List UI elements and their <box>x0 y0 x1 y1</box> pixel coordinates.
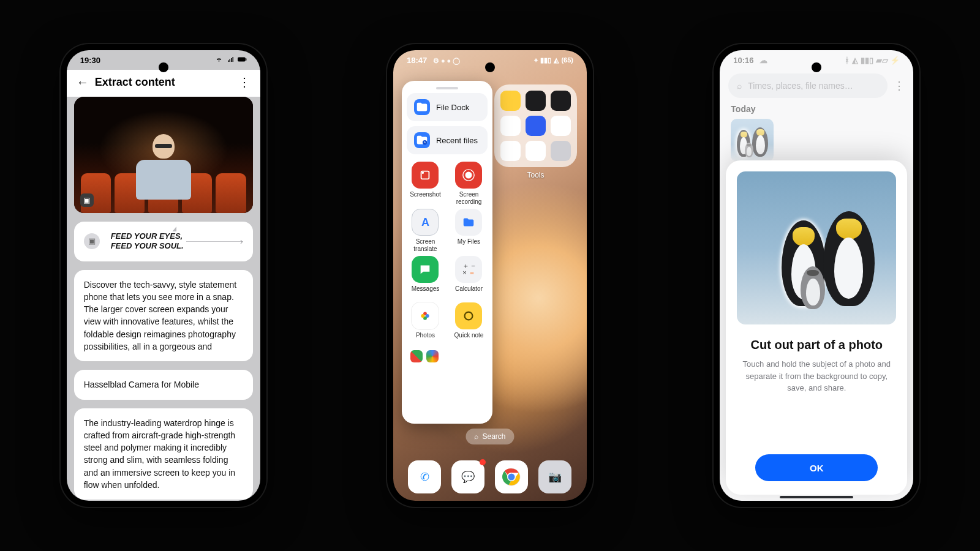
bluetooth-icon: ᚼ <box>845 56 850 65</box>
search-icon: ⌕ <box>737 81 742 91</box>
slogan-badge-icon: ▣ <box>84 233 100 249</box>
photos-icon <box>412 302 439 329</box>
search-icon: ⌕ <box>474 432 478 441</box>
battery-pct: (65) <box>561 56 573 64</box>
extract-card-description[interactable]: Discover the tech-savvy, style statement… <box>74 270 253 362</box>
battery-icon <box>238 56 247 65</box>
sidebar-item-my-files[interactable]: My Files <box>450 209 488 252</box>
sidebar-item-screen-recording[interactable]: Screen recording <box>450 162 488 205</box>
tool-calculator-icon[interactable] <box>500 141 521 161</box>
wifi-icon: ◭ <box>554 56 559 64</box>
my-files-icon <box>455 209 482 236</box>
screen-translate-icon: A <box>412 209 439 236</box>
overflow-menu-button[interactable]: ⋮ <box>894 79 905 92</box>
extract-card-hasselblad[interactable]: Hasselblad Camera for Mobile <box>74 370 253 399</box>
screenshot-icon <box>412 162 439 189</box>
svg-point-4 <box>423 172 424 173</box>
back-button[interactable]: ← <box>77 75 89 89</box>
search-placeholder: Times, places, file names… <box>748 81 853 91</box>
tools-folder-label: Tools <box>494 171 577 179</box>
file-dock-row[interactable]: File Dock <box>407 93 488 121</box>
file-dock-label: File Dock <box>436 103 469 112</box>
phone-extract-content: 19:30 ← Extract content ⋮ <box>59 43 268 508</box>
tool-remote-icon[interactable] <box>526 91 546 111</box>
cutout-preview-image[interactable] <box>737 171 896 324</box>
recent-files-label: Recent files <box>436 136 478 145</box>
tool-notes-icon[interactable] <box>500 91 521 111</box>
quick-note-icon <box>455 302 482 329</box>
section-today: Today <box>731 104 913 114</box>
sidebar-item-quick-note[interactable]: Quick note <box>450 302 488 345</box>
slogan-text: FEED YOUR EYES, FEED YOUR SOUL. <box>108 231 186 252</box>
phone-gallery-cutout: 10:16 ☁ ᚼ ◭ ▮▮▯ ▰▱ ⚡ ⌕ Times, places, fi… <box>712 43 921 508</box>
wifi-icon: ◭ <box>852 56 858 65</box>
tool-compass-icon[interactable] <box>551 116 571 136</box>
overflow-menu-button[interactable]: ⋮ <box>238 75 251 89</box>
extract-card-hinge[interactable]: The industry-leading waterdrop hinge is … <box>74 408 253 500</box>
svg-point-5 <box>466 172 472 179</box>
dock-chrome[interactable] <box>495 460 528 493</box>
sidebar-item-photos[interactable]: Photos <box>407 302 444 345</box>
status-clock: 10:16 <box>733 56 753 65</box>
image-chip-icon: ▣ <box>80 193 94 207</box>
sheet-description: Touch and hold the subject of a photo an… <box>737 358 896 394</box>
battery-icon: ▰▱ ⚡ <box>876 56 900 65</box>
signal-icon <box>226 56 235 65</box>
ok-button[interactable]: OK <box>755 454 878 481</box>
svg-rect-1 <box>246 58 246 60</box>
messages-icon <box>412 256 439 283</box>
dock-camera[interactable]: 📷 <box>538 460 571 493</box>
phone-home-smart-sidebar: 18:47 ⚙ ● ● ◯ ⌖ ▮▮▯ ◭ (65) <box>386 43 594 508</box>
tool-clock-icon[interactable] <box>551 91 571 111</box>
tool-files-icon[interactable] <box>526 141 546 161</box>
drag-handle[interactable] <box>436 87 458 89</box>
gesture-bar[interactable] <box>780 496 853 498</box>
wifi-icon <box>214 56 224 65</box>
location-icon: ⌖ <box>534 56 538 64</box>
slogan-card[interactable]: ▣ FEED YOUR EYES, FEED YOUR SOUL. › <box>74 222 253 261</box>
sidebar-item-screenshot[interactable]: Screenshot <box>407 162 444 205</box>
page-title: Extract content <box>95 76 232 89</box>
svg-rect-0 <box>238 57 246 61</box>
home-search[interactable]: ⌕ Search <box>466 429 514 444</box>
status-clock: 19:30 <box>80 56 100 65</box>
file-dock-icon <box>414 99 430 115</box>
notification-badge <box>480 459 486 465</box>
tools-folder[interactable]: Tools <box>494 84 577 179</box>
tool-private-safe-icon[interactable] <box>551 141 571 161</box>
tool-recorder-icon[interactable] <box>500 116 521 136</box>
svg-point-11 <box>465 312 473 320</box>
signal-icon: ▮▮▯ <box>540 56 551 64</box>
extracted-hero-image[interactable]: ▣ <box>74 97 253 213</box>
dock-messages[interactable]: 💬 <box>451 460 484 493</box>
sidebar-item-messages[interactable]: Messages <box>407 256 444 299</box>
status-clock: 18:47 <box>407 56 427 65</box>
photo-thumbnail[interactable] <box>731 119 774 162</box>
dock: ✆ 💬 📷 <box>393 460 587 493</box>
cutout-info-sheet: Cut out part of a photo Touch and hold t… <box>726 160 907 495</box>
recent-files-icon <box>414 132 430 148</box>
signal-icon: ▮▮▯ <box>861 56 873 65</box>
sidebar-mini-apps[interactable] <box>410 350 488 362</box>
gallery-search-input[interactable]: ⌕ Times, places, file names… <box>728 73 888 98</box>
app-bar: ← Extract content ⋮ <box>67 70 260 97</box>
chevron-right-icon: › <box>240 235 243 247</box>
smart-sidebar[interactable]: File Dock Recent files Screenshot S <box>402 81 492 424</box>
screen-recording-icon <box>455 162 482 189</box>
dock-phone[interactable]: ✆ <box>408 460 441 493</box>
sidebar-item-screen-translate[interactable]: A Screen translate <box>407 209 444 252</box>
sidebar-item-calculator[interactable]: ＋ −× ＝ Calculator <box>450 256 488 299</box>
tool-share-icon[interactable] <box>526 116 546 136</box>
sheet-title: Cut out part of a photo <box>751 338 883 352</box>
calculator-icon: ＋ −× ＝ <box>455 256 482 283</box>
svg-point-10 <box>421 314 425 318</box>
recent-files-row[interactable]: Recent files <box>407 126 488 154</box>
